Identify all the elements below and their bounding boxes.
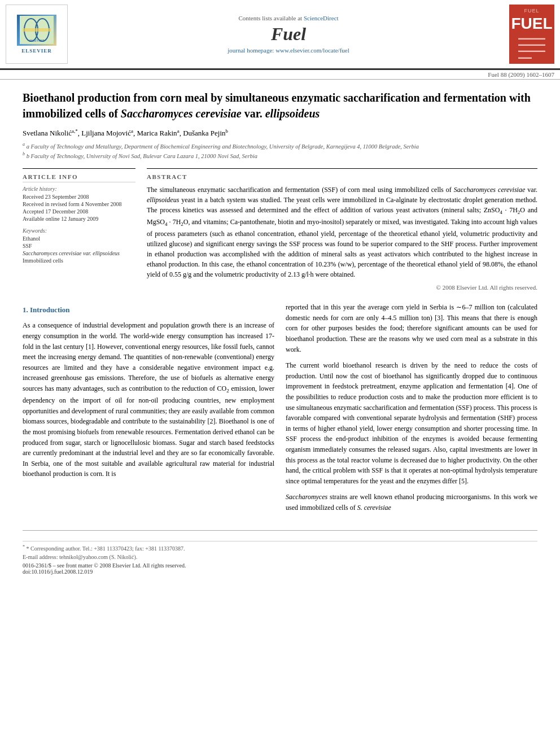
received-revised-date: Received in revised form 4 November 2008 bbox=[23, 201, 135, 207]
article-body: 1. Introduction As a consequence of indu… bbox=[23, 302, 537, 518]
title-italic2: ellipsoideus bbox=[265, 107, 320, 120]
journal-header: ELSEVIER ELSEVIER Contents lists availab… bbox=[0, 0, 560, 70]
article-title: Bioethanol production from corn meal by … bbox=[23, 90, 537, 121]
article-info-title: ARTICLE INFO bbox=[23, 173, 135, 182]
body-left-col: 1. Introduction As a consequence of indu… bbox=[23, 302, 274, 518]
affiliations: a a Faculty of Technology and Metallurgy… bbox=[23, 141, 537, 160]
keywords-section: Keywords: Ethanol SSF Saccharomyces cere… bbox=[23, 228, 135, 264]
journal-title-header: Fuel bbox=[271, 24, 306, 45]
sciencedirect-anchor[interactable]: ScienceDirect bbox=[304, 15, 339, 21]
keyword-4: Immobilized cells bbox=[23, 257, 135, 264]
svg-text:ELSEVIER: ELSEVIER bbox=[29, 39, 45, 42]
badge-lines: ▬▬▬▬▬▬▬▬▬▬▬▬▬▬▬▬▬▬▬▬▬ bbox=[518, 35, 545, 60]
keyword-3: Saccharomyces cerevisiae var. ellipsoide… bbox=[23, 250, 135, 256]
body-paragraph-1: As a consequence of industrial developme… bbox=[23, 320, 274, 479]
article-info-abstract: ARTICLE INFO Article history: Received 2… bbox=[23, 168, 537, 291]
homepage-link[interactable]: journal homepage: www.elsevier.com/locat… bbox=[228, 47, 349, 54]
title-italic: Saccharomyces cerevisiae bbox=[121, 107, 242, 120]
page: ELSEVIER ELSEVIER Contents lists availab… bbox=[0, 0, 560, 747]
footer-note-2: E-mail address: tehnikol@yahoo.com (S. N… bbox=[23, 554, 537, 560]
history-label: Article history: bbox=[23, 186, 135, 192]
section1-heading: 1. Introduction bbox=[23, 304, 274, 316]
affiliation-a: a Faculty of Technology and Metallurgy, … bbox=[27, 143, 419, 150]
journal-homepage: journal homepage: www.elsevier.com/locat… bbox=[228, 47, 349, 54]
badge-top-label: FUEL bbox=[524, 8, 539, 14]
affiliation-b: b Faculty of Technology, University of N… bbox=[27, 153, 257, 159]
abstract-col: ABSTRACT The simultaneous enzymatic sacc… bbox=[147, 168, 537, 291]
copyright-line: © 2008 Elsevier Ltd. All rights reserved… bbox=[147, 284, 537, 291]
article-history: Article history: Received 23 September 2… bbox=[23, 186, 135, 222]
accepted-date: Accepted 17 December 2008 bbox=[23, 208, 135, 215]
svg-rect-3 bbox=[23, 28, 51, 32]
journal-ref: Fuel 88 (2009) 1602–1607 bbox=[488, 71, 554, 78]
journal-info-bar: Fuel 88 (2009) 1602–1607 bbox=[0, 70, 560, 80]
elsevier-text: ELSEVIER bbox=[21, 48, 52, 54]
footer-note-1-text: * Corresponding author. Tel.: +381 11337… bbox=[27, 545, 185, 552]
sciencedirect-link: Contents lists available at ScienceDirec… bbox=[238, 15, 338, 21]
fuel-badge: FUEL FUEL ▬▬▬▬▬▬▬▬▬▬▬▬▬▬▬▬▬▬▬▬▬ bbox=[509, 5, 554, 64]
journal-center: Contents lists available at ScienceDirec… bbox=[73, 5, 504, 64]
doi-text: doi:10.1016/j.fuel.2008.12.019 bbox=[23, 569, 93, 575]
footer-note-1: * * Corresponding author. Tel.: +381 113… bbox=[23, 544, 537, 552]
badge-title: FUEL bbox=[511, 15, 552, 33]
footer-note-2-text: E-mail address: tehnikol@yahoo.com (S. N… bbox=[23, 554, 137, 560]
main-content: Bioethanol production from corn meal by … bbox=[0, 80, 560, 586]
article-info-col: ARTICLE INFO Article history: Received 2… bbox=[23, 168, 135, 291]
abstract-text: The simultaneous enzymatic saccharificat… bbox=[147, 185, 537, 279]
body-right-col: reported that in this year the average c… bbox=[286, 302, 537, 518]
body-paragraph-4: Saccharomyces strains are well known eth… bbox=[286, 492, 537, 513]
elsevier-logo: ELSEVIER ELSEVIER bbox=[6, 5, 68, 64]
body-paragraph-2: reported that in this year the average c… bbox=[286, 302, 537, 355]
received-date: Received 23 September 2008 bbox=[23, 194, 135, 200]
authors-line: Svetlana Nikolića,*, Ljiljana Mojovića, … bbox=[23, 128, 537, 138]
abstract-title: ABSTRACT bbox=[147, 173, 537, 180]
keyword-1: Ethanol bbox=[23, 235, 135, 242]
footer-copyright: 0016-2361/$ – see front matter © 2008 El… bbox=[23, 562, 537, 575]
elsevier-graphic: ELSEVIER bbox=[17, 15, 56, 46]
available-date: Available online 12 January 2009 bbox=[23, 216, 135, 222]
keyword-2: SSF bbox=[23, 243, 135, 249]
article-footer: * * Corresponding author. Tel.: +381 113… bbox=[23, 530, 537, 575]
copyright-text: 0016-2361/$ – see front matter © 2008 El… bbox=[23, 562, 186, 569]
keywords-label: Keywords: bbox=[23, 228, 135, 234]
body-paragraph-3: The current world bioethanol research is… bbox=[286, 360, 537, 486]
footnote-section: * * Corresponding author. Tel.: +381 113… bbox=[23, 541, 537, 560]
